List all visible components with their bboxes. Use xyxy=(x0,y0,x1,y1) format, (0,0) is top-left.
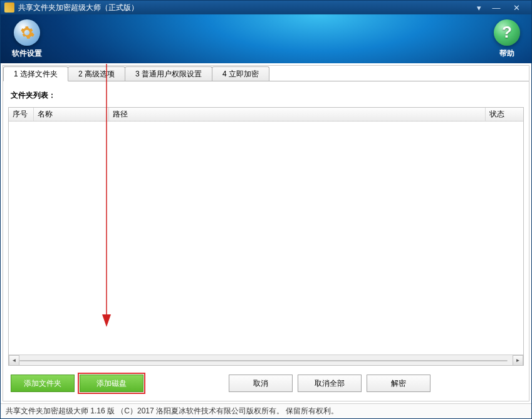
folder-table: 序号 名称 路径 状态 ◄ ► xyxy=(8,107,524,366)
folder-list-label: 文件夹列表： xyxy=(8,90,524,101)
add-disk-button[interactable]: 添加磁盘 xyxy=(80,375,143,392)
button-row: 添加文件夹 添加磁盘 取消 取消全部 解密 xyxy=(8,366,524,396)
tab-advanced[interactable]: 2 高级选项 xyxy=(68,66,125,81)
scroll-right-button[interactable]: ► xyxy=(513,355,523,366)
tab-encrypt[interactable]: 4 立即加密 xyxy=(212,66,269,81)
col-path[interactable]: 路径 xyxy=(109,108,486,121)
col-name[interactable]: 名称 xyxy=(34,108,109,121)
settings-button[interactable]: 软件设置 xyxy=(12,19,42,59)
tab-permissions[interactable]: 3 普通用户权限设置 xyxy=(125,66,212,81)
table-header: 序号 名称 路径 状态 xyxy=(9,108,523,122)
window-controls: ▾ — ✕ xyxy=(470,2,528,13)
horizontal-scrollbar[interactable]: ◄ ► xyxy=(9,354,523,365)
app-icon xyxy=(4,3,14,13)
cancel-button[interactable]: 取消 xyxy=(229,375,293,392)
scroll-thumb[interactable] xyxy=(19,360,508,361)
tab-strip: 1 选择文件夹 2 高级选项 3 普通用户权限设置 4 立即加密 xyxy=(3,66,529,81)
cancel-all-button[interactable]: 取消全部 xyxy=(298,375,362,392)
col-status[interactable]: 状态 xyxy=(486,108,523,121)
status-text: 共享文件夹加密超级大师 1.16 版 （C）2017 洛阳夏冰软件技术有限公司版… xyxy=(6,406,338,416)
close-button[interactable]: ✕ xyxy=(505,2,528,13)
app-window: 共享文件夹加密超级大师（正式版） ▾ — ✕ 软件设置 ? 帮助 1 选择文件夹… xyxy=(0,0,532,419)
help-button[interactable]: ? 帮助 xyxy=(494,19,520,59)
minimize-button[interactable]: — xyxy=(488,2,505,13)
add-folder-button[interactable]: 添加文件夹 xyxy=(11,375,75,392)
decrypt-button[interactable]: 解密 xyxy=(367,375,430,392)
content-area: 1 选择文件夹 2 高级选项 3 普通用户权限设置 4 立即加密 文件夹列表： … xyxy=(3,65,529,401)
table-body[interactable] xyxy=(9,122,523,354)
status-bar: 共享文件夹加密超级大师 1.16 版 （C）2017 洛阳夏冰软件技术有限公司版… xyxy=(1,403,531,418)
header-toolbar: 软件设置 ? 帮助 xyxy=(1,14,531,63)
window-title: 共享文件夹加密超级大师（正式版） xyxy=(18,3,470,13)
title-bar: 共享文件夹加密超级大师（正式版） ▾ — ✕ xyxy=(1,1,531,14)
settings-label: 软件设置 xyxy=(12,48,42,59)
col-seq[interactable]: 序号 xyxy=(9,108,34,121)
scroll-left-button[interactable]: ◄ xyxy=(9,355,19,366)
help-icon: ? xyxy=(494,19,520,46)
help-label: 帮助 xyxy=(499,48,514,59)
tab-panel: 文件夹列表： 序号 名称 路径 状态 ◄ ► 添加文件夹 xyxy=(3,81,529,401)
tab-select-folder[interactable]: 1 选择文件夹 xyxy=(3,66,68,81)
gear-icon xyxy=(14,19,40,46)
dropdown-button[interactable]: ▾ xyxy=(470,2,488,13)
